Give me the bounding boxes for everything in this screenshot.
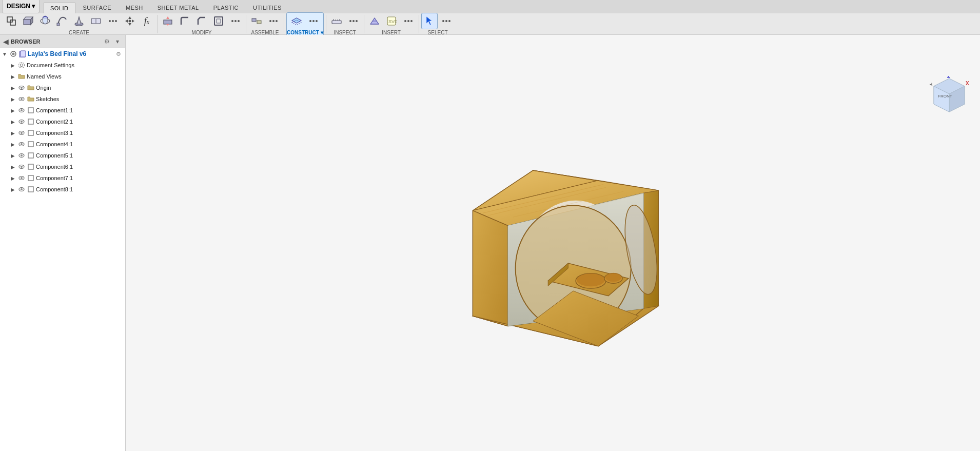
more-construct-btn[interactable] — [305, 13, 322, 29]
tree-eye-comp2[interactable] — [17, 117, 26, 126]
svg-point-47 — [356, 20, 358, 22]
tab-bar: DESIGN ▾ SOLID SURFACE MESH SHEET METAL … — [0, 0, 980, 13]
tree-arrow-doc-settings[interactable]: ▶ — [9, 62, 16, 69]
tree-arrow-sketches[interactable]: ▶ — [9, 95, 16, 103]
tree-arrow-origin[interactable]: ▶ — [9, 84, 16, 91]
select-btn[interactable] — [421, 13, 438, 29]
svg-rect-81 — [28, 142, 33, 147]
tree-item-comp1[interactable]: ▶ Component1:1 — [0, 105, 125, 116]
offset-plane-btn[interactable] — [288, 13, 305, 29]
tree-arrow-comp2[interactable]: ▶ — [9, 118, 16, 125]
tree-label-comp3: Component3:1 — [36, 130, 123, 136]
loft-btn[interactable] — [71, 13, 87, 29]
design-arrow: ▾ — [32, 3, 35, 10]
formula-btn[interactable]: fx — [139, 13, 155, 29]
tab-surface[interactable]: SURFACE — [76, 2, 118, 13]
browser-settings-btn[interactable]: ⚙ — [102, 37, 111, 46]
tree-label-comp5: Component5:1 — [36, 152, 123, 159]
tree-arrow-comp8[interactable]: ▶ — [9, 186, 16, 193]
svg-point-61 — [12, 53, 15, 55]
more-select-btn[interactable] — [438, 13, 455, 29]
icon-bar: fx CREATE — [0, 13, 980, 35]
svg-marker-19 — [132, 19, 134, 23]
svg-point-113 — [577, 273, 605, 286]
tree-arrow-comp5[interactable]: ▶ — [9, 152, 16, 159]
more-modify-btn[interactable] — [227, 13, 244, 29]
tab-plastic[interactable]: PLASTIC — [207, 2, 245, 13]
svg-rect-40 — [332, 21, 341, 24]
svg-point-77 — [21, 132, 23, 134]
tree-eye-comp7[interactable] — [17, 174, 26, 182]
move-btn[interactable] — [122, 13, 138, 29]
tree-arrow-comp1[interactable]: ▶ — [9, 107, 16, 114]
tree-icon-folder-sketches — [27, 95, 35, 103]
tree-eye-comp6[interactable] — [17, 163, 26, 171]
tree-item-named-views[interactable]: ▶ Named Views — [0, 71, 125, 82]
tree-doc-root[interactable]: ▼ Layla's Bed Final v6 ⚙ — [0, 48, 125, 60]
tree-item-origin[interactable]: ▶ Origin — [0, 82, 125, 93]
tree-item-comp2[interactable]: ▶ Component2:1 — [0, 116, 125, 127]
shell-btn[interactable] — [210, 13, 227, 29]
tree-item-comp8[interactable]: ▶ Component8:1 — [0, 184, 125, 195]
svg-point-20 — [129, 20, 131, 23]
chamfer-btn[interactable] — [193, 13, 210, 29]
svg-point-71 — [21, 109, 23, 111]
tree-item-comp4[interactable]: ▶ Component4:1 — [0, 139, 125, 150]
tree-item-comp5[interactable]: ▶ Component5:1 — [0, 150, 125, 161]
svg-line-2 — [10, 19, 10, 20]
measure-btn[interactable] — [328, 13, 345, 29]
axis-indicator: X Z Y FRONT — [929, 76, 970, 117]
svg-point-54 — [407, 20, 409, 22]
more-create-btn[interactable] — [105, 13, 121, 29]
tree-eye-comp3[interactable] — [17, 129, 26, 137]
tree-label-comp2: Component2:1 — [36, 119, 123, 125]
more-inspect-btn[interactable] — [345, 13, 362, 29]
svg-rect-78 — [28, 130, 33, 135]
tree-eye-comp8[interactable] — [17, 185, 26, 193]
tree-eye-comp5[interactable] — [17, 151, 26, 160]
tab-utilities[interactable]: UTILITIES — [246, 2, 288, 13]
browser-filter-btn[interactable]: ▾ — [113, 37, 122, 46]
more-assemble-btn[interactable] — [265, 13, 282, 29]
insert-mesh-btn[interactable] — [366, 13, 383, 29]
tree-doc-radio — [9, 50, 17, 58]
tree-item-comp3[interactable]: ▶ Component3:1 — [0, 127, 125, 139]
tree-item-comp7[interactable]: ▶ Component7:1 — [0, 172, 125, 184]
svg-rect-72 — [28, 108, 33, 113]
tree-arrow-comp3[interactable]: ▶ — [9, 129, 16, 136]
tree-arrow-comp6[interactable]: ▶ — [9, 163, 16, 170]
svg-marker-35 — [292, 18, 301, 23]
more-insert-btn[interactable] — [400, 13, 417, 29]
rib-btn[interactable] — [88, 13, 104, 29]
tree-doc-arrow[interactable]: ▼ — [1, 50, 8, 57]
svg-text:Y: Y — [929, 82, 934, 88]
tree-arrow-comp7[interactable]: ▶ — [9, 174, 16, 182]
tree-item-doc-settings[interactable]: ▶ Document Settings — [0, 60, 125, 71]
tree-eye-comp1[interactable] — [17, 106, 26, 114]
tab-mesh[interactable]: MESH — [119, 2, 150, 13]
joint-btn[interactable] — [248, 13, 265, 29]
viewport[interactable]: X Z Y FRONT — [126, 35, 980, 451]
tree-icon-box-comp7 — [27, 174, 35, 182]
revolve-btn[interactable] — [37, 13, 53, 29]
insert-svg-btn[interactable]: SVG — [383, 13, 400, 29]
browser-collapse-btn[interactable]: ◀ — [3, 37, 9, 46]
tree-arrow-named-views[interactable]: ▶ — [9, 73, 16, 80]
tree-item-sketches[interactable]: ▶ Sketches — [0, 93, 125, 105]
design-dropdown[interactable]: DESIGN ▾ — [2, 0, 40, 13]
tab-solid[interactable]: SOLID — [44, 3, 75, 13]
tree-eye-comp4[interactable] — [17, 140, 26, 148]
fillet-btn[interactable] — [177, 13, 193, 29]
svg-marker-16 — [128, 16, 131, 19]
tree-doc-settings-btn[interactable]: ⚙ — [114, 49, 123, 58]
new-component-btn[interactable] — [3, 13, 19, 29]
tree-eye-origin[interactable] — [17, 84, 26, 92]
tree-arrow-comp4[interactable]: ▶ — [9, 141, 16, 148]
tree-eye-sketches[interactable] — [17, 95, 26, 103]
tab-sheet-metal[interactable]: SHEET METAL — [151, 2, 206, 13]
extrude-btn[interactable] — [20, 13, 36, 29]
svg-point-74 — [21, 121, 23, 123]
press-pull-btn[interactable] — [160, 13, 176, 29]
tree-item-comp6[interactable]: ▶ Component6:1 — [0, 161, 125, 172]
sweep-btn[interactable] — [54, 13, 70, 29]
